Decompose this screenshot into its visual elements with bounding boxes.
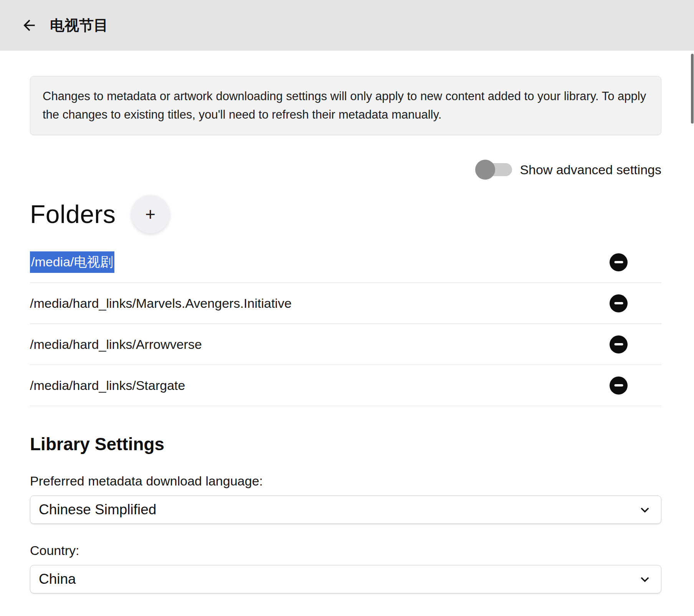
folder-path[interactable]: /media/hard_links/Marvels.Avengers.Initi… — [30, 296, 292, 311]
plus-icon: + — [145, 205, 155, 223]
settings-content: Changes to metadata or artwork downloadi… — [0, 76, 694, 593]
add-folder-button[interactable]: + — [131, 195, 170, 233]
remove-folder-button[interactable] — [610, 294, 628, 312]
folder-path[interactable]: /media/电视剧 — [30, 251, 114, 273]
chevron-down-icon — [639, 504, 651, 516]
chevron-down-icon — [639, 573, 651, 585]
arrow-left-icon — [21, 17, 38, 34]
notice-text: Changes to metadata or artwork downloadi… — [43, 87, 649, 124]
folder-row: /media/hard_links/Stargate — [30, 365, 661, 406]
vertical-scrollbar[interactable] — [691, 54, 694, 124]
country-label: Country: — [30, 543, 661, 558]
advanced-settings-row: Show advanced settings — [30, 159, 661, 180]
folder-row: /media/hard_links/Arrowverse — [30, 324, 661, 365]
folder-path[interactable]: /media/hard_links/Stargate — [30, 378, 185, 393]
country-select[interactable]: China — [30, 565, 661, 593]
library-settings-heading: Library Settings — [30, 434, 661, 454]
folder-row: /media/电视剧 — [30, 242, 661, 283]
country-select-value: China — [39, 571, 76, 587]
advanced-settings-toggle[interactable] — [475, 159, 512, 180]
page-header: 电视节目 — [0, 0, 694, 51]
language-select-value: Chinese Simplified — [39, 502, 156, 518]
minus-icon — [614, 261, 623, 263]
folders-header: Folders + — [30, 195, 661, 233]
minus-icon — [614, 302, 623, 304]
toggle-knob — [475, 160, 495, 180]
advanced-settings-label: Show advanced settings — [520, 162, 661, 177]
remove-folder-button[interactable] — [610, 253, 628, 271]
language-label: Preferred metadata download language: — [30, 474, 661, 489]
folder-path[interactable]: /media/hard_links/Arrowverse — [30, 337, 202, 352]
remove-folder-button[interactable] — [610, 335, 628, 353]
minus-icon — [614, 384, 623, 386]
remove-folder-button[interactable] — [610, 377, 628, 395]
minus-icon — [614, 343, 623, 345]
metadata-notice: Changes to metadata or artwork downloadi… — [30, 76, 661, 135]
language-select[interactable]: Chinese Simplified — [30, 495, 661, 524]
folders-heading: Folders — [30, 200, 116, 229]
back-button[interactable] — [17, 13, 41, 38]
folder-row: /media/hard_links/Marvels.Avengers.Initi… — [30, 283, 661, 324]
page-title: 电视节目 — [50, 16, 108, 35]
folder-list: /media/电视剧 /media/hard_links/Marvels.Ave… — [30, 242, 661, 406]
